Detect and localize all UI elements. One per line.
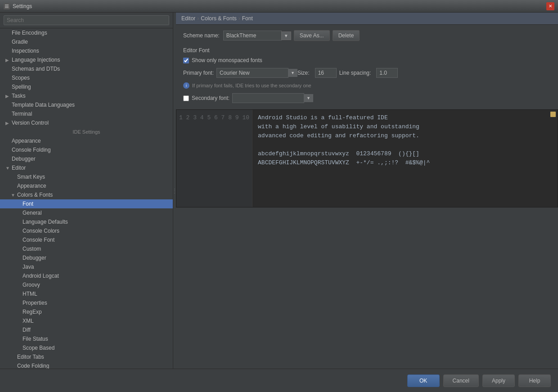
scheme-name-label: Scheme name: [183,32,220,39]
breadcrumb-font: Font [242,15,253,22]
primary-font-label: Primary font: [183,70,214,76]
sidebar-item-android-logcat[interactable]: Android Logcat [0,271,173,280]
sidebar-item-console-font[interactable]: Console Font [0,235,173,244]
breadcrumb: Editor › Colors & Fonts › Font [176,13,558,25]
secondary-font-dropdown-arrow[interactable]: ▼ [304,94,313,102]
sidebar-item-version-control[interactable]: ▶ Version Control [0,118,173,127]
secondary-font-row: Secondary font: ▼ [183,93,551,103]
code-lines: Android Studio is a full-featured IDE wi… [252,110,558,207]
settings-panel: Scheme name: ▼ Save As... Delete Editor … [176,25,558,369]
expand-arrow: ▼ [11,193,16,198]
expand-arrow: ▼ [5,166,11,171]
sidebar-item-spelling[interactable]: Spelling [0,82,173,91]
preview-area: 1 2 3 4 5 6 7 8 9 10 Android Studio is a… [176,109,558,207]
sidebar-item-terminal[interactable]: Terminal [0,109,173,118]
size-input[interactable] [315,68,337,78]
expand-arrow: ▶ [5,94,11,99]
sidebar-item-custom[interactable]: Custom [0,244,173,253]
sidebar-item-gradle[interactable]: Gradle [0,37,173,46]
size-label: Size: [297,70,310,76]
close-button[interactable]: ✕ [546,2,554,10]
info-text: If primary font fails, IDE tries to use … [192,83,311,88]
sidebar-item-file-encodings[interactable]: File Encodings [0,28,173,37]
show-monospaced-row: Show only monospaced fonts [183,57,551,63]
svg-rect-1 [5,5,9,5]
sidebar-item-colors-&-fonts[interactable]: ▼ Colors & Fonts [0,190,173,199]
breadcrumb-sep-2: › [238,15,240,22]
line-spacing-input[interactable] [376,68,398,78]
sidebar-item-console-colors[interactable]: Console Colors [0,226,173,235]
breadcrumb-sep-1: › [197,15,199,22]
sidebar-item-file-status[interactable]: File Status [0,334,173,343]
scheme-dropdown-btn[interactable]: ▼ [281,32,291,40]
title-bar: Settings ✕ [0,0,558,13]
secondary-font-label: Secondary font: [192,95,230,101]
sidebar-item-scopes[interactable]: Scopes [0,73,173,82]
line-numbers: 1 2 3 4 5 6 7 8 9 10 [176,110,252,207]
delete-button[interactable]: Delete [333,30,360,41]
sidebar: File EncodingsGradleInspections▶ Languag… [0,13,173,369]
secondary-font-input[interactable] [232,93,304,103]
expand-arrow: ▶ [5,121,11,126]
main-container: File EncodingsGradleInspections▶ Languag… [0,13,558,369]
primary-font-row: Primary font: ▼ Size: Line spacing: [183,68,551,78]
settings-icon [4,3,10,9]
sidebar-item-code-folding[interactable]: Code Folding [0,361,173,369]
sidebar-item-groovy[interactable]: Groovy [0,280,173,289]
svg-rect-3 [5,7,9,8]
sidebar-item-debugger[interactable]: Debugger [0,253,173,262]
info-icon: i [183,82,189,89]
sidebar-item-inspections[interactable]: Inspections [0,46,173,55]
sidebar-item-tasks[interactable]: ▶ Tasks [0,91,173,100]
primary-font-select-wrapper: ▼ [216,68,297,78]
secondary-font-select-wrapper: ▼ [232,93,313,103]
scroll-indicator [550,112,556,117]
sidebar-item-language-defaults[interactable]: Language Defaults [0,217,173,226]
secondary-font-checkbox[interactable] [183,95,189,101]
sidebar-item-appearance[interactable]: Appearance [0,181,173,190]
sidebar-item-editor-tabs[interactable]: Editor Tabs [0,352,173,361]
scheme-input[interactable] [223,31,282,41]
sidebar-item-template-data-languages[interactable]: Template Data Languages [0,100,173,109]
save-as-button[interactable]: Save As... [294,30,330,41]
info-row: i If primary font fails, IDE tries to us… [183,82,551,89]
sidebar-item-diff[interactable]: Diff [0,325,173,334]
sidebar-item-scope-based[interactable]: Scope Based [0,343,173,352]
sidebar-list: File EncodingsGradleInspections▶ Languag… [0,28,173,369]
sidebar-item-console-folding[interactable]: Console Folding [0,145,173,154]
sidebar-section-header: IDE Settings [0,127,173,136]
breadcrumb-editor: Editor [181,15,195,22]
breadcrumb-colors-fonts: Colors & Fonts [201,15,236,22]
bottom-bar: OK Cancel Apply Help [0,369,558,392]
sidebar-item-appearance[interactable]: Appearance [0,136,173,145]
scheme-row: Scheme name: ▼ Save As... Delete [183,30,551,41]
sidebar-item-font[interactable]: Font [0,199,173,208]
sidebar-item-debugger[interactable]: Debugger [0,154,173,163]
window-title: Settings [13,3,546,9]
sidebar-item-language-injections[interactable]: ▶ Language Injections [0,55,173,64]
expand-arrow: ▶ [5,58,11,63]
sidebar-item-smart-keys[interactable]: Smart Keys [0,172,173,181]
svg-rect-2 [5,6,9,7]
primary-font-dropdown-arrow[interactable]: ▼ [288,69,297,77]
sidebar-item-xml[interactable]: XML [0,316,173,325]
show-monospaced-checkbox[interactable] [183,58,189,63]
sidebar-item-regexp[interactable]: RegExp [0,307,173,316]
search-box [0,13,173,28]
editor-font-section-title: Editor Font [183,47,551,54]
cancel-button[interactable]: Cancel [443,374,479,387]
ok-button[interactable]: OK [407,374,440,387]
sidebar-item-properties[interactable]: Properties [0,298,173,307]
apply-button[interactable]: Apply [482,374,515,387]
line-spacing-label: Line spacing: [339,70,371,76]
sidebar-item-schemas-and-dtds[interactable]: Schemas and DTDs [0,64,173,73]
sidebar-item-general[interactable]: General [0,208,173,217]
sidebar-item-java[interactable]: Java [0,262,173,271]
primary-font-input[interactable] [216,68,288,78]
show-monospaced-label: Show only monospaced fonts [192,57,262,63]
sidebar-item-html[interactable]: HTML [0,289,173,298]
help-button[interactable]: Help [518,374,551,387]
preview-content: 1 2 3 4 5 6 7 8 9 10 Android Studio is a… [176,110,558,207]
search-input[interactable] [4,15,169,25]
sidebar-item-editor[interactable]: ▼ Editor [0,163,173,172]
